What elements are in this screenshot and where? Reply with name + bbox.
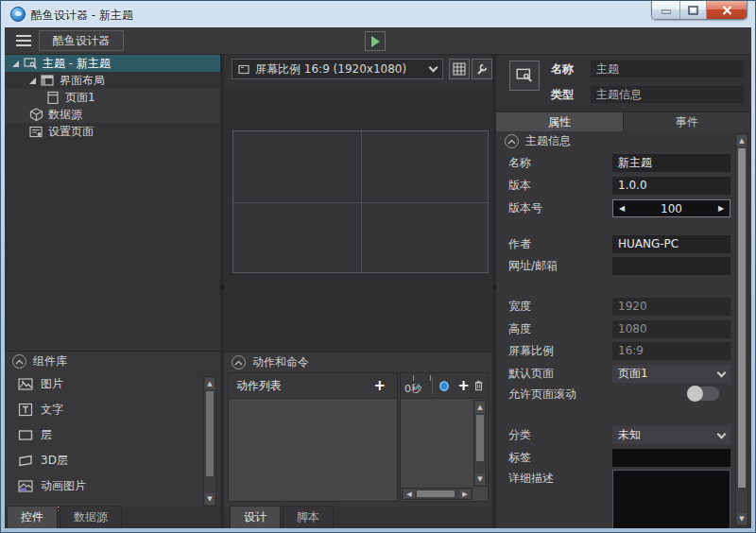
- command-scrollbar-h[interactable]: ◀ ▶: [402, 488, 472, 500]
- scroll-right-icon[interactable]: ▶: [459, 490, 471, 498]
- tab-script[interactable]: 脚本: [283, 506, 334, 528]
- object-icon-box: [509, 60, 540, 91]
- run-button[interactable]: [365, 31, 386, 51]
- tree-item-theme[interactable]: 主题 - 新主题: [5, 55, 220, 72]
- object-info: 名称 主题 类型 主题信息: [496, 55, 751, 112]
- library-item-label: 动画图片: [41, 478, 86, 494]
- tab-events[interactable]: 事件: [624, 112, 751, 131]
- layout-icon: [41, 74, 55, 88]
- prop-category: 分类 未知: [496, 426, 732, 444]
- left-panel: 主题 - 新主题 界面布局 页面1 数据源: [5, 55, 220, 528]
- tree-item-label: 设置页面: [48, 123, 94, 140]
- tree-item-label: 数据源: [48, 106, 82, 123]
- app-content: 酷鱼设计器 主题 - 新主题 界面布局: [5, 27, 751, 528]
- close-button[interactable]: [707, 1, 747, 19]
- prop-build: 版本号 ◀ 100 ▶: [496, 199, 732, 217]
- height-value: 1080: [612, 320, 730, 338]
- scroll-thumb[interactable]: [417, 490, 455, 497]
- scroll-up-icon[interactable]: ▲: [475, 402, 485, 413]
- tree-item-label: 主题 - 新主题: [43, 55, 111, 72]
- animated-image-icon: [18, 479, 33, 493]
- grid-button[interactable]: [449, 59, 470, 79]
- default-page-dropdown[interactable]: 页面1: [612, 365, 730, 383]
- restore-icon: [688, 6, 698, 15]
- stepper-right-icon[interactable]: ▶: [713, 204, 730, 213]
- left-tabs: 控件 数据源: [7, 506, 124, 528]
- scroll-up-icon[interactable]: ▲: [205, 378, 215, 389]
- inspector-panel: 名称 主题 类型 主题信息 属性 事件 主题信息: [496, 55, 751, 528]
- library-item-animated-image[interactable]: 动画图片: [18, 476, 86, 495]
- scroll-left-icon[interactable]: ◀: [404, 490, 415, 498]
- tree-item-layout[interactable]: 界面布局: [5, 72, 220, 89]
- add-action-button[interactable]: +: [373, 379, 386, 393]
- component-library: 组件库 图片 文字 层: [5, 352, 220, 507]
- scroll-down-icon[interactable]: ▼: [205, 493, 215, 505]
- tab-design[interactable]: 设计: [230, 506, 281, 528]
- collapse-button[interactable]: [232, 355, 246, 370]
- expand-triangle-icon[interactable]: [29, 77, 36, 84]
- tab-properties[interactable]: 属性: [496, 112, 624, 131]
- maximize-button[interactable]: [680, 1, 707, 19]
- stepper-left-icon[interactable]: ◀: [613, 204, 630, 213]
- scroll-thumb[interactable]: [206, 391, 214, 476]
- library-item-layer[interactable]: 层: [18, 425, 52, 444]
- tree-item-page1[interactable]: 页面1: [5, 89, 220, 106]
- scroll-down-icon[interactable]: ▼: [737, 513, 747, 524]
- author-input[interactable]: HUANG-PC: [612, 235, 730, 253]
- design-surface[interactable]: [224, 88, 492, 352]
- scroll-up-icon[interactable]: ▲: [737, 135, 747, 146]
- library-item-image[interactable]: 图片: [18, 374, 63, 393]
- category-dropdown[interactable]: 未知: [612, 426, 730, 444]
- description-textarea[interactable]: [612, 470, 730, 528]
- type-label: 类型: [551, 87, 574, 103]
- screen-ratio-dropdown[interactable]: 屏幕比例 16:9 (1920x1080): [232, 59, 443, 79]
- tree-item-datasource[interactable]: 数据源: [5, 106, 220, 123]
- app-menu-button[interactable]: 酷鱼设计器: [39, 30, 124, 51]
- main-toolbar: 酷鱼设计器: [5, 27, 751, 55]
- collapse-button[interactable]: [12, 354, 26, 369]
- scroll-thumb[interactable]: [476, 415, 484, 461]
- prop-ratio: 屏幕比例 16:9: [496, 342, 732, 360]
- scroll-down-icon[interactable]: ▼: [475, 473, 485, 485]
- tags-input[interactable]: [612, 449, 730, 467]
- play-icon: [371, 36, 380, 47]
- page-canvas[interactable]: [232, 130, 489, 273]
- library-header: 组件库: [5, 352, 220, 371]
- action-list-pane: 动作列表 +: [228, 372, 398, 502]
- chevron-down-icon: [717, 368, 727, 377]
- chevron-down-icon: [429, 63, 438, 73]
- collapse-button[interactable]: [505, 134, 519, 148]
- wrench-button[interactable]: [472, 59, 492, 79]
- action-list[interactable]: [229, 399, 397, 501]
- tab-datasource[interactable]: 数据源: [60, 506, 122, 528]
- library-item-3d-layer[interactable]: 3D层: [18, 451, 68, 470]
- library-scrollbar[interactable]: ▲ ▼: [203, 376, 216, 507]
- allow-scroll-toggle[interactable]: [687, 387, 719, 401]
- delete-icon[interactable]: [473, 379, 484, 392]
- prop-height: 高度 1080: [496, 320, 732, 338]
- center-tabs: 设计 脚本: [230, 506, 335, 528]
- section-title: 主题信息: [525, 133, 571, 149]
- add-command-button[interactable]: +: [457, 379, 470, 393]
- menu-icon[interactable]: [16, 35, 31, 46]
- library-item-label: 3D层: [41, 453, 68, 469]
- url-input[interactable]: [612, 257, 730, 275]
- name-value: 主题: [591, 60, 744, 77]
- tree-item-settings-page[interactable]: 设置页面: [5, 123, 220, 140]
- record-icon[interactable]: [439, 381, 449, 391]
- titlebar[interactable]: 酷鱼设计器 - 新主题: [1, 1, 755, 27]
- version-input[interactable]: 1.0.0: [612, 177, 730, 195]
- expand-triangle-icon[interactable]: [12, 60, 19, 67]
- scroll-thumb[interactable]: [738, 148, 746, 488]
- tab-controls[interactable]: 控件: [7, 506, 58, 528]
- build-stepper[interactable]: ◀ 100 ▶: [612, 199, 730, 217]
- name-label: 名称: [551, 61, 574, 77]
- library-item-text[interactable]: 文字: [18, 400, 63, 419]
- properties-scrollbar[interactable]: ▲ ▼: [735, 133, 748, 526]
- minimize-button[interactable]: [652, 1, 680, 19]
- properties-pane: 主题信息 名称 新主题 版本 1.0.0 版本号 ◀ 100: [496, 131, 751, 528]
- prop-version: 版本 1.0.0: [496, 177, 732, 195]
- app-logo-icon: [10, 7, 26, 22]
- command-scrollbar-v[interactable]: ▲ ▼: [473, 400, 487, 487]
- name-input[interactable]: 新主题: [612, 154, 730, 172]
